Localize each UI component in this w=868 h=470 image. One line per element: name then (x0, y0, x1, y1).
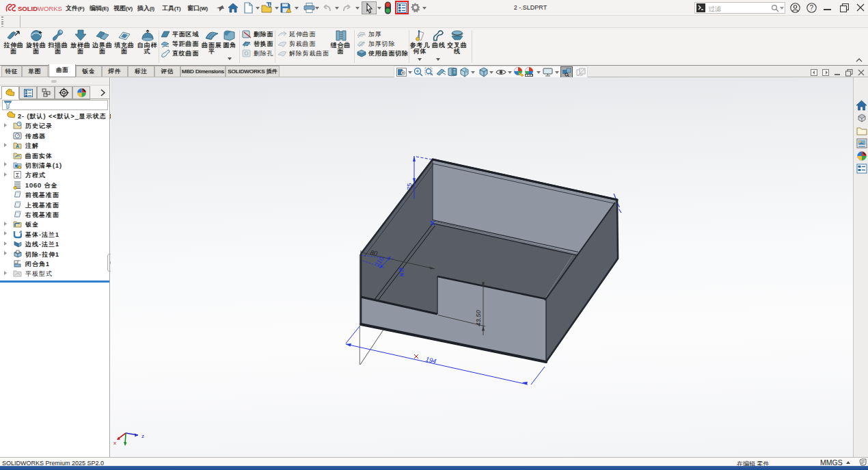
svg-text:A: A (16, 144, 19, 148)
svg-text:x: x (113, 440, 116, 446)
svg-text:SOLID: SOLID (18, 5, 38, 12)
svg-text:Σ: Σ (16, 172, 19, 179)
svg-text:z: z (141, 433, 144, 439)
svg-text:43.50: 43.50 (474, 310, 482, 326)
svg-text:194: 194 (425, 355, 437, 365)
svg-text:WORKS: WORKS (38, 5, 62, 12)
svg-text:75: 75 (405, 183, 413, 190)
svg-text:?: ? (810, 4, 814, 12)
